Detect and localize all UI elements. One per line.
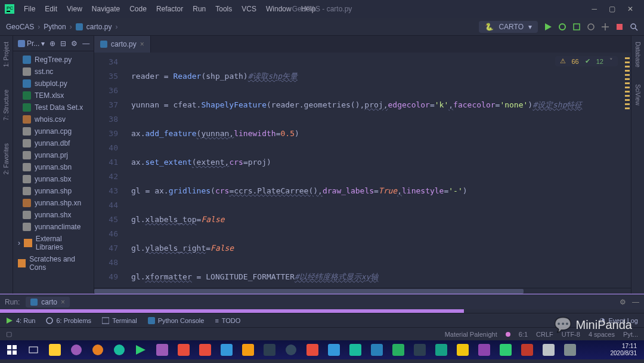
taskbar-app[interactable]	[111, 342, 128, 358]
taskbar-app[interactable]	[519, 342, 535, 358]
caret-position[interactable]: 6:1	[519, 331, 528, 338]
database-tool-button[interactable]: Database	[634, 39, 641, 70]
close-icon[interactable]: ×	[61, 298, 65, 306]
gear-icon[interactable]: ⚙	[620, 298, 626, 306]
taskbar-app[interactable]	[347, 342, 364, 358]
locate-icon[interactable]: ⊕	[49, 39, 55, 48]
close-button[interactable]: ✕	[627, 5, 633, 13]
svg-rect-15	[23, 91, 31, 100]
problems-tool-button[interactable]: 6: Problems	[46, 317, 91, 324]
taskbar-app[interactable]	[562, 342, 578, 358]
run-panel-tab[interactable]: carto ×	[26, 297, 70, 307]
structure-tool-button[interactable]: 7: Structure	[3, 87, 10, 123]
taskbar-app[interactable]	[497, 342, 514, 358]
run-config-selector[interactable]: 🐍 CARTO ▾	[479, 21, 538, 33]
svg-rect-26	[23, 223, 31, 231]
editor-tab-carto[interactable]: carto.py ×	[94, 36, 151, 53]
menu-code[interactable]: Code	[125, 2, 151, 16]
scratches-node[interactable]: Scratches and Cons	[13, 253, 94, 273]
project-tool-button[interactable]: 1: Project	[3, 39, 10, 69]
horizontal-scrollbar[interactable]	[94, 288, 631, 294]
taskbar-app[interactable]	[132, 342, 149, 358]
python-file-icon	[76, 23, 83, 30]
gear-icon[interactable]: ⚙	[71, 39, 78, 48]
maximize-button[interactable]: ▢	[609, 5, 615, 13]
taskbar-app[interactable]	[218, 342, 235, 358]
run-button[interactable]	[544, 23, 552, 31]
search-icon[interactable]	[630, 23, 638, 31]
task-view-button[interactable]	[25, 342, 42, 358]
taskbar-app[interactable]	[390, 342, 407, 358]
menu-edit[interactable]: Edit	[40, 2, 62, 16]
svg-point-43	[114, 344, 125, 355]
taskbar-app[interactable]	[261, 342, 278, 358]
hide-icon[interactable]: —	[632, 298, 639, 306]
attach-button[interactable]	[601, 23, 609, 31]
breadcrumb-project[interactable]: GeoCAS	[6, 23, 34, 31]
menu-tools[interactable]: Tools	[210, 2, 237, 16]
taskbar-app[interactable]	[175, 342, 192, 358]
run-panel-header: Run: carto × ⚙ —	[0, 294, 644, 309]
file-item: sst.nc	[13, 66, 94, 78]
profile-button[interactable]	[587, 23, 595, 31]
taskbar-app[interactable]	[540, 342, 557, 358]
project-file-tree[interactable]: RegTree.py sst.nc subplot.py TEM.xlsx Te…	[13, 51, 94, 276]
quick-access-icon[interactable]: ▢	[6, 330, 12, 338]
taskbar-app[interactable]	[326, 342, 342, 358]
breadcrumb-file[interactable]: carto.py	[86, 23, 112, 31]
stop-button[interactable]	[615, 23, 624, 31]
project-view-selector[interactable]: Pr... ▾	[18, 39, 45, 48]
line-separator[interactable]: CRLF	[536, 331, 553, 338]
todo-tool-button[interactable]: ≡TODO	[215, 317, 240, 324]
close-icon[interactable]: ×	[140, 40, 144, 48]
run-tool-button[interactable]: 4: Run	[6, 317, 35, 324]
scrollbar-thumb[interactable]	[94, 289, 524, 294]
svg-rect-62	[521, 344, 533, 356]
taskbar-app[interactable]	[47, 342, 63, 358]
start-button[interactable]	[4, 342, 20, 358]
taskbar-app[interactable]	[197, 342, 213, 358]
taskbar-app[interactable]	[154, 342, 171, 358]
svg-point-41	[71, 344, 82, 355]
taskbar-app[interactable]	[433, 342, 450, 358]
menu-file[interactable]: File	[19, 2, 40, 16]
event-log-button[interactable]: ◔Event Log	[599, 316, 638, 324]
code-content[interactable]: reader = Reader(shp_path)#读取shp矢量 yunnan…	[125, 53, 624, 288]
system-tray-clock[interactable]: 17:11 2020/8/31	[611, 343, 641, 357]
chevron-up-down-icon[interactable]: ˅	[609, 57, 613, 65]
taskbar-app[interactable]	[240, 342, 256, 358]
menu-navigate[interactable]: Navigate	[87, 2, 125, 16]
taskbar-app[interactable]	[476, 342, 493, 358]
favorites-tool-button[interactable]: 2: Favorites	[3, 141, 10, 177]
taskbar-app[interactable]	[283, 342, 299, 358]
interpreter[interactable]: Pyt...	[623, 331, 638, 338]
menu-vcs[interactable]: VCS	[237, 2, 261, 16]
indent[interactable]: 4 spaces	[589, 331, 615, 338]
menu-view[interactable]: View	[62, 2, 87, 16]
minimize-button[interactable]: ─	[592, 5, 597, 13]
taskbar-app[interactable]	[304, 342, 321, 358]
error-stripe[interactable]	[624, 53, 631, 288]
hide-icon[interactable]: —	[82, 39, 89, 48]
inspection-widget[interactable]: ⚠66 ✔12 ˅	[555, 56, 618, 66]
menu-run[interactable]: Run	[188, 2, 210, 16]
collapse-icon[interactable]: ⊟	[60, 39, 66, 48]
encoding[interactable]: UTF-8	[562, 331, 580, 338]
sciview-tool-button[interactable]: SciView	[634, 82, 641, 107]
taskbar-app[interactable]	[411, 342, 428, 358]
code-editor[interactable]: 34353637383940414243444546474849 reader …	[94, 53, 631, 288]
menu-refactor[interactable]: Refactor	[151, 2, 188, 16]
taskbar-app[interactable]	[68, 342, 85, 358]
python-console-tool-button[interactable]: Python Console	[148, 317, 205, 324]
debug-button[interactable]	[558, 23, 566, 31]
breadcrumb-folder[interactable]: Python	[44, 23, 66, 31]
taskbar-app[interactable]	[369, 342, 385, 358]
taskbar-app[interactable]	[454, 342, 471, 358]
run-coverage-button[interactable]	[572, 23, 581, 31]
terminal-tool-button[interactable]: Terminal	[102, 317, 137, 324]
external-libraries-node[interactable]: ›External Libraries	[13, 233, 94, 253]
taskbar-app[interactable]	[89, 342, 106, 358]
svg-rect-63	[543, 344, 555, 356]
theme-indicator[interactable]: Material Palenight	[445, 331, 497, 338]
menu-window[interactable]: Window	[261, 2, 296, 16]
